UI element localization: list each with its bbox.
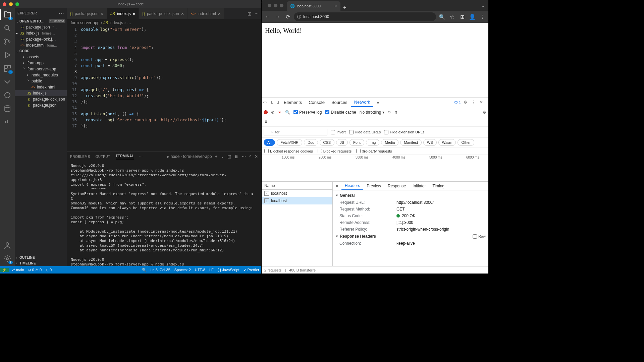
reload-button[interactable]: ⟳	[284, 13, 292, 21]
type-pill[interactable]: CSS	[320, 139, 335, 146]
tab-terminal[interactable]: TERMINAL	[116, 154, 134, 159]
minimize-icon[interactable]	[274, 4, 277, 7]
device-mode-icon[interactable]: ⫍⫎	[271, 100, 276, 105]
chevron-down-icon[interactable]: ⌄	[477, 0, 488, 11]
find-indicator[interactable]: 🔍	[140, 268, 149, 272]
name-header[interactable]: Name	[262, 182, 332, 190]
close-icon[interactable]	[3, 2, 6, 6]
browser-tab[interactable]: 🌐 localhost:3000 ✕	[287, 1, 340, 11]
type-pill[interactable]: All	[264, 139, 275, 146]
general-section[interactable]: General Request URL:http://localhost:300…	[333, 192, 488, 233]
gear-icon[interactable]: 1	[3, 255, 11, 263]
extensions-icon[interactable]: 3	[3, 64, 11, 72]
database-icon[interactable]	[3, 105, 11, 113]
type-pill[interactable]: WS	[423, 139, 437, 146]
account-icon[interactable]	[3, 241, 11, 249]
tab-network[interactable]: Network	[351, 98, 374, 107]
trash-icon[interactable]: 🗑	[234, 154, 238, 159]
open-editor-item[interactable]: {}package.jsonf…	[15, 24, 67, 30]
site-info-icon[interactable]: ⓘ	[297, 14, 301, 20]
file-item[interactable]: {}package.json	[15, 102, 67, 108]
hide-ext-urls-checkbox[interactable]: Hide extension URLs	[384, 130, 424, 134]
editor-tab[interactable]: JSindex.js●	[107, 8, 139, 19]
port-indicator[interactable]: ⊙ 0	[44, 268, 54, 272]
detail-tab-response[interactable]: Response	[384, 182, 409, 190]
maximize-icon[interactable]	[15, 2, 19, 6]
remote-icon[interactable]	[3, 78, 11, 86]
gear-icon[interactable]: ⚙	[464, 100, 469, 105]
split-editor-icon[interactable]: ◫	[248, 11, 251, 16]
request-item[interactable]: ≡localhost	[262, 190, 332, 197]
editor-tab[interactable]: {}package-lock.json×	[139, 8, 187, 19]
folder-item[interactable]: public	[15, 78, 67, 84]
tab-more[interactable]: ⋯	[139, 155, 143, 159]
split-terminal-icon[interactable]: ◫	[227, 154, 231, 159]
folder-item[interactable]: assets	[15, 54, 67, 60]
source-control-icon[interactable]	[3, 38, 11, 46]
close-icon[interactable]: ✕	[480, 100, 485, 105]
type-pill[interactable]: Doc	[304, 139, 318, 146]
detail-tab-timing[interactable]: Timing	[429, 182, 448, 190]
detail-tab-initiator[interactable]: Initiator	[409, 182, 429, 190]
open-editor-item[interactable]: <>index.htmlform…	[15, 42, 67, 48]
folder-item[interactable]: form-app	[15, 60, 67, 66]
indentation[interactable]: Spaces: 2	[172, 268, 193, 272]
preserve-log-checkbox[interactable]: Preserve log	[293, 110, 322, 115]
tab-problems[interactable]: PROBLEMS	[70, 155, 90, 159]
close-icon[interactable]	[268, 4, 271, 7]
cursor-position[interactable]: Ln 8, Col 35	[149, 268, 172, 272]
network-conditions-icon[interactable]: ⟳	[388, 110, 391, 115]
close-tab-icon[interactable]: ✕	[334, 4, 337, 8]
raw-checkbox[interactable]	[473, 234, 477, 239]
issues-badge[interactable]: 🗨 1	[454, 101, 461, 105]
throttling-select[interactable]: No throttling ▾	[360, 110, 384, 115]
timeline-section[interactable]: ›TIMELINE	[15, 260, 67, 266]
blocked-requests-checkbox[interactable]: Blocked requests	[318, 149, 352, 153]
type-pill[interactable]: Fetch/XHR	[277, 139, 302, 146]
clear-icon[interactable]: ⊘	[271, 110, 274, 115]
url-bar[interactable]: ⓘ localhost:3000	[294, 12, 436, 21]
terminal-selector[interactable]: ▸ node - form-server-app	[167, 154, 212, 159]
maximize-panel-icon[interactable]: ^	[249, 154, 251, 159]
detail-tab-headers[interactable]: Headers	[341, 182, 363, 190]
blocked-cookies-checkbox[interactable]: Blocked response cookies	[264, 149, 313, 153]
folder-item[interactable]: form-server-app	[15, 66, 67, 72]
window-controls[interactable]	[3, 2, 19, 6]
filter-input[interactable]	[264, 129, 327, 135]
third-party-checkbox[interactable]: 3rd-party requests	[356, 149, 392, 153]
search-icon[interactable]	[3, 24, 11, 32]
new-terminal-icon[interactable]: +	[215, 154, 217, 159]
browser-window-controls[interactable]	[264, 0, 287, 11]
editor-tab[interactable]: <>index.html×	[187, 8, 224, 19]
close-detail-icon[interactable]: ✕	[333, 183, 341, 189]
back-button[interactable]: ←	[264, 13, 272, 21]
close-panel-icon[interactable]: ✕	[255, 154, 258, 159]
file-item[interactable]: <>index.html	[15, 84, 67, 90]
terminal-output[interactable]: Node.js v20.9.0 stephan@MacBook-Pro form…	[67, 162, 261, 266]
import-icon[interactable]: ⬆	[394, 110, 398, 115]
file-item[interactable]: {}package-lock.json	[15, 96, 67, 102]
maximize-icon[interactable]	[280, 4, 283, 7]
eol[interactable]: LF	[207, 268, 216, 272]
type-pill[interactable]: Wasm	[438, 139, 456, 146]
profile-icon[interactable]: 👤	[468, 13, 476, 21]
explorer-icon[interactable]: 1	[3, 11, 11, 19]
minimize-icon[interactable]	[9, 2, 13, 6]
forward-button[interactable]: →	[274, 13, 282, 21]
folder-item[interactable]: node_modules	[15, 72, 67, 78]
detail-tab-preview[interactable]: Preview	[363, 182, 384, 190]
type-pill[interactable]: Other	[458, 139, 474, 146]
code-editor[interactable]: 1234567891011121314151617 console.log("F…	[67, 26, 261, 151]
type-pill[interactable]: Manifest	[400, 139, 422, 146]
more-icon[interactable]: ⋯	[255, 11, 259, 16]
remote-indicator[interactable]: ⚡	[0, 268, 9, 272]
search-icon[interactable]: 🔍	[285, 110, 290, 115]
file-item[interactable]: JSindex.js	[15, 90, 67, 96]
more-icon[interactable]: ⋯	[242, 154, 246, 159]
branch-indicator[interactable]: ⎇ main	[9, 268, 26, 272]
tab-output[interactable]: OUTPUT	[96, 155, 110, 159]
request-item[interactable]: ≡localhost	[262, 197, 332, 204]
open-editor-item[interactable]: JSindex.jsform-s…	[15, 30, 67, 36]
zoom-icon[interactable]: 🔍	[438, 13, 446, 21]
type-pill[interactable]: Media	[381, 139, 398, 146]
